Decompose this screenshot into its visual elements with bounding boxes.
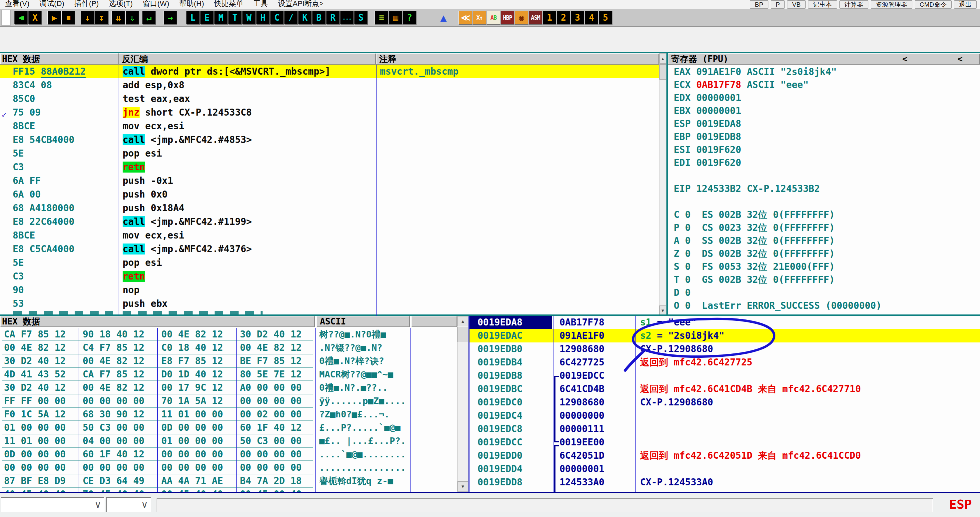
menu-item-4[interactable]: 选项(T) xyxy=(103,0,138,9)
stack-row[interactable]: 0019EDA80AB17F78s1 = "eee" xyxy=(469,316,980,329)
register-line[interactable]: EBP 0019EDB8 xyxy=(674,130,741,143)
rewind-button[interactable]: ≪ xyxy=(459,11,472,24)
disassembly-row[interactable]: 90nop xyxy=(0,283,659,297)
menu-item-7[interactable]: 快捷菜单 xyxy=(209,0,248,9)
stack-row[interactable]: 0019EDB80019EDCC xyxy=(469,369,980,382)
stack-row[interactable]: 0019EDB012908680CX-P.12908680 xyxy=(469,342,980,356)
window-1-button[interactable]: 1 xyxy=(543,11,556,24)
ab-compare-button[interactable]: AB xyxy=(487,11,500,24)
asm-button[interactable]: ASM xyxy=(529,11,542,24)
collapse-left-icon[interactable]: < xyxy=(902,54,958,64)
help-button[interactable]: ? xyxy=(403,11,416,24)
stack-row[interactable]: 0019EDD400000001 xyxy=(469,462,980,476)
animate-over-button[interactable]: ⇓ xyxy=(126,11,139,24)
command-input[interactable] xyxy=(157,498,933,512)
target-button[interactable]: ◉ xyxy=(515,11,528,24)
dump-row[interactable]: 87 BF E8 D9CE D3 64 49AA 4A 71 AEB4 7A 2… xyxy=(0,474,457,488)
dump-scrollbar[interactable]: ▲ ▼ xyxy=(457,316,469,492)
register-line[interactable]: EIP 124533B2 CX-P.124533B2 xyxy=(674,182,820,195)
window-button-6[interactable]: 资源管理器 xyxy=(871,0,912,9)
disassembly-row[interactable]: E8 22C64000call <jmp.&MFC42.#1199> xyxy=(0,215,659,229)
register-line[interactable]: A 0 SS 002B 32位 0(FFFFFFFF) xyxy=(674,234,835,247)
window-button-3[interactable]: VB xyxy=(787,0,805,9)
executables-window-button[interactable]: E xyxy=(200,11,213,24)
stack-row[interactable]: 0019EDAC091AE1F0s2 = "2s0i8jk4" xyxy=(469,329,980,342)
run-button[interactable]: ▶ xyxy=(48,11,61,24)
window-5-button[interactable]: 5 xyxy=(599,11,612,24)
column-divider[interactable] xyxy=(119,65,119,316)
execute-till-return-button[interactable]: ↵ xyxy=(142,11,156,24)
stack-row[interactable]: 0019EDD8124533A0CX-P.124533A0 xyxy=(469,476,980,489)
list-icon-button[interactable]: ≡ xyxy=(375,11,388,24)
chevron-down-icon[interactable]: ∨ xyxy=(141,499,148,510)
source-window-button[interactable]: S xyxy=(354,11,368,24)
goto-button[interactable]: → xyxy=(164,11,177,24)
window-3-button[interactable]: 3 xyxy=(571,11,584,24)
dump-row[interactable]: 0D 00 00 0060 1F 40 1200 00 00 0000 00 0… xyxy=(0,448,457,461)
disassembly-row[interactable]: 75 09jnz short CX-P.124533C8✓ xyxy=(0,106,659,119)
register-line[interactable]: P 0 CS 0023 32位 0(FFFFFFFF) xyxy=(674,221,835,234)
stack-row[interactable]: 0019EDD06C42051D返回到 mfc42.6C42051D 来自 mf… xyxy=(469,449,980,462)
cpu-window-button[interactable]: C xyxy=(270,11,283,24)
register-line[interactable]: EDI 0019F620 xyxy=(674,156,741,169)
dump-header-ascii[interactable]: ASCII xyxy=(317,316,410,327)
dump-row[interactable]: 11 01 00 0004 00 00 0001 00 00 0050 C3 0… xyxy=(0,434,457,448)
dump-row[interactable]: 00 4E 82 12C4 F7 85 12C0 18 40 1200 4E 8… xyxy=(0,341,457,355)
column-header-comment[interactable]: 注释 xyxy=(376,53,659,65)
window-button-1[interactable]: BP xyxy=(750,0,768,9)
stack-row[interactable]: 0019EDDC00000000 xyxy=(469,489,980,492)
disassembly-row[interactable]: 53push ebx xyxy=(0,297,659,310)
threads-window-button[interactable]: T xyxy=(228,11,242,24)
chevron-down-icon[interactable]: ∨ xyxy=(95,499,102,510)
register-line[interactable]: ESP 0019EDA8 xyxy=(674,117,741,130)
disassembly-row[interactable]: 5Epop esi xyxy=(0,256,659,269)
step-into-button[interactable]: ↓ xyxy=(81,11,94,24)
register-line[interactable]: EDX 00000001 xyxy=(674,91,741,104)
disassembly-row[interactable]: 5Epop esi xyxy=(0,146,659,160)
menu-item-2[interactable]: 调试(D) xyxy=(34,0,69,9)
dump-row[interactable]: FF FF 00 0000 00 00 0070 1A 5A 1200 00 0… xyxy=(0,395,457,408)
hbp-button[interactable]: HBP xyxy=(501,11,514,24)
menu-item-1[interactable]: 查看(V) xyxy=(0,0,34,9)
breakpoints-window-button[interactable]: B xyxy=(312,11,326,24)
register-line[interactable]: T 0 GS 002B 32位 0(FFFFFFFF) xyxy=(674,273,835,286)
menu-item-3[interactable]: 插件(P) xyxy=(69,0,103,9)
stack-row[interactable]: 0019EDB46C427725返回到 mfc42.6C427725 xyxy=(469,356,980,369)
menu-item-8[interactable]: 工具 xyxy=(248,0,273,9)
dump-row[interactable]: 40 45 40 4070 45 40 4000 45 40 4000 45 0… xyxy=(0,488,457,492)
dump-row[interactable]: 30 D2 40 1200 4E 82 1200 17 9C 12A0 00 0… xyxy=(0,381,457,395)
dump-row[interactable]: 4D 41 43 52CA F7 85 12D0 1D 40 1280 5E 7… xyxy=(0,368,457,381)
register-line[interactable]: D 0 xyxy=(674,286,691,299)
disassembly-row[interactable]: 6A 00push 0x0 xyxy=(0,188,659,201)
disassembly-row[interactable]: 85C0test eax,eax xyxy=(0,92,659,106)
format-combobox[interactable]: ∨ xyxy=(106,497,151,512)
scroll-up-button[interactable]: ▲ xyxy=(458,316,468,326)
register-line[interactable]: ESI 0019F620 xyxy=(674,143,741,156)
stack-row[interactable]: 0019EDCC0019EE00 xyxy=(469,436,980,449)
patches-window-button[interactable]: / xyxy=(284,11,298,24)
menu-item-9[interactable]: 设置API断点> xyxy=(273,0,328,9)
menu-item-5[interactable]: 窗口(W) xyxy=(138,0,174,9)
column-header-disassembly[interactable]: 反汇编 xyxy=(119,53,376,65)
column-divider[interactable] xyxy=(376,65,377,316)
disassembly-row[interactable]: FF15 88A0B212call dword ptr ds:[<&MSVCRT… xyxy=(0,65,659,78)
stack-row[interactable]: 0019EDC800000111 xyxy=(469,422,980,436)
log-window-button[interactable]: L xyxy=(186,11,200,24)
disassembly-row[interactable]: 8BCEmov ecx,esi xyxy=(0,229,659,242)
close-program-button[interactable]: X xyxy=(28,11,41,24)
dump-row[interactable]: 01 00 00 0050 C3 00 000D 00 00 0060 1F 4… xyxy=(0,421,457,434)
disassembly-row[interactable]: 68 A4180000push 0x18A4 xyxy=(0,201,659,215)
register-line[interactable]: C 0 ES 002B 32位 0(FFFFFFFF) xyxy=(674,208,835,221)
window-button-2[interactable]: P xyxy=(771,0,785,9)
restart-button[interactable]: ◀◀ xyxy=(14,11,28,24)
dump-row[interactable]: 30 D2 40 1200 4E 82 12E8 F7 85 12BE F7 8… xyxy=(0,355,457,368)
scrollbar-thumb[interactable] xyxy=(659,64,666,80)
stack-row[interactable]: 0019EDC012908680CX-P.12908680 xyxy=(469,396,980,409)
stack-row[interactable]: 0019EDC400000000 xyxy=(469,409,980,422)
memory-window-button[interactable]: M xyxy=(214,11,228,24)
disassembly-scrollbar[interactable]: ▲ ▼ xyxy=(659,53,667,316)
window-button-7[interactable]: CMD命令 xyxy=(915,0,952,9)
address-combobox[interactable]: ∨ xyxy=(1,497,105,512)
animate-into-button[interactable]: ⇊ xyxy=(111,11,125,24)
register-line[interactable]: O 0 LastErr ERROR_SUCCESS (00000000) xyxy=(674,299,882,312)
